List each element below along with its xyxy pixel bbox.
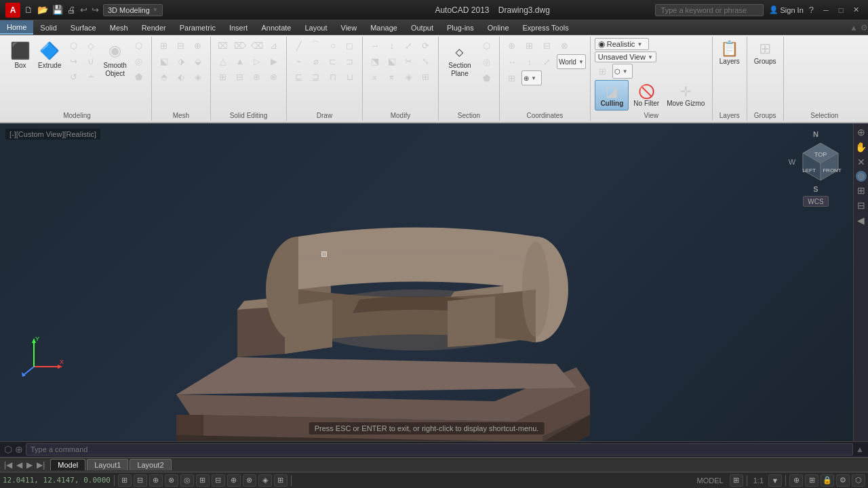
draw-btn-12[interactable]: ⊔	[342, 69, 358, 84]
layout-nav-prev[interactable]: ◀	[15, 460, 24, 470]
view-dropdown[interactable]: Unsaved View ▼	[595, 52, 656, 62]
menu-solid[interactable]: Solid	[33, 20, 63, 35]
tab-layout2[interactable]: Layout2	[130, 459, 171, 470]
se-btn-4[interactable]: ⊿	[266, 38, 282, 53]
coord-btn-6[interactable]: ↕	[521, 54, 538, 69]
model-space-btn[interactable]: ⊞	[730, 474, 743, 487]
ortho-btn[interactable]: ⊕	[149, 474, 163, 487]
draw-btn-4[interactable]: ◻	[342, 38, 358, 53]
anno-btn[interactable]: ⊕	[789, 474, 803, 487]
union-button[interactable]: ∪	[83, 54, 99, 68]
coord-btn-1[interactable]: ⊕	[504, 38, 520, 53]
right-panel-btn-2[interactable]: ✋	[855, 141, 867, 153]
se-btn-8[interactable]: ▶	[266, 54, 282, 68]
layout-nav-first[interactable]: |◀	[3, 460, 14, 470]
draw-btn-2[interactable]: ⌒	[308, 38, 324, 53]
save-button[interactable]: 💾	[52, 5, 63, 15]
polar-btn[interactable]: ⊗	[165, 474, 178, 487]
mod-btn-11[interactable]: ◈	[401, 69, 417, 84]
draw-btn-11[interactable]: ⊓	[325, 69, 341, 84]
layers-button[interactable]: 📋 Layers	[717, 38, 743, 68]
plot-button[interactable]: 🖨	[67, 5, 76, 15]
tab-layout1[interactable]: Layout1	[87, 459, 128, 470]
otrack-btn[interactable]: ⊞	[196, 474, 210, 487]
dynmode-btn[interactable]: ⊕	[227, 474, 241, 487]
se-btn-6[interactable]: ▲	[232, 54, 248, 68]
menu-parametric[interactable]: Parametric	[173, 20, 222, 35]
section-sm-3[interactable]: ⬟	[479, 70, 495, 85]
view-select[interactable]: ⬡ ▼	[612, 64, 633, 79]
menu-surface[interactable]: Surface	[64, 20, 103, 35]
draw-btn-3[interactable]: ○	[325, 38, 341, 53]
maximize-button[interactable]: □	[834, 3, 848, 17]
section-sm-2[interactable]: ◎	[479, 54, 495, 69]
tab-model[interactable]: Model	[50, 459, 85, 470]
sign-in[interactable]: 👤 Sign In	[769, 5, 804, 14]
coord-btn-4[interactable]: ⊗	[557, 38, 573, 53]
menu-home[interactable]: Home	[0, 20, 33, 35]
menu-mesh[interactable]: Mesh	[103, 20, 135, 35]
menu-online[interactable]: Online	[481, 20, 516, 35]
mod-btn-1[interactable]: ↔	[367, 38, 383, 53]
draw-btn-10[interactable]: ⊒	[308, 69, 324, 84]
mesh-btn-5[interactable]: ⬗	[173, 54, 189, 68]
se-btn-2[interactable]: ⌦	[232, 38, 248, 53]
command-zoom-icon[interactable]: ⊕	[15, 444, 23, 455]
viewport[interactable]: [-][Custom View][Realistic]	[0, 123, 853, 441]
mod-btn-6[interactable]: ⬕	[384, 54, 400, 68]
mesh-btn-4[interactable]: ⬕	[156, 54, 172, 68]
sm-btn-1[interactable]: ⬡	[131, 38, 147, 53]
sm-btn-3[interactable]: ⬟	[131, 69, 147, 84]
ribbon-minimize[interactable]: ▲	[850, 23, 858, 33]
se-btn-10[interactable]: ⊟	[232, 69, 248, 84]
view-btn-1[interactable]: ⊞	[595, 64, 611, 79]
extrude-button[interactable]: 🔷 Extrude	[35, 38, 64, 72]
mod-btn-3[interactable]: ⤢	[401, 38, 417, 53]
close-button[interactable]: ✕	[849, 3, 863, 17]
right-panel-btn-6[interactable]: ⊟	[855, 199, 867, 211]
menu-render[interactable]: Render	[135, 20, 173, 35]
menu-plugins[interactable]: Plug-ins	[440, 20, 481, 35]
coord-btn-3[interactable]: ⊟	[539, 38, 555, 53]
coord-btn-7[interactable]: ⤢	[539, 54, 555, 69]
mod-btn-5[interactable]: ⬔	[367, 54, 383, 68]
sm-btn-2[interactable]: ◎	[131, 54, 147, 68]
right-panel-btn-1[interactable]: ⊕	[855, 126, 867, 138]
coord-select[interactable]: ⊕ ▼	[521, 70, 542, 85]
menu-view[interactable]: View	[334, 20, 364, 35]
sel-cycl-btn[interactable]: ⊞	[274, 474, 288, 487]
mod-btn-4[interactable]: ⟳	[418, 38, 434, 53]
no-filter-button[interactable]: 🚫 No Filter	[631, 81, 662, 110]
menu-layout[interactable]: Layout	[298, 20, 334, 35]
resize-handle[interactable]	[321, 251, 327, 257]
minimize-button[interactable]: ─	[819, 3, 833, 17]
world-dropdown[interactable]: World ▼	[557, 54, 586, 69]
se-btn-5[interactable]: △	[215, 54, 231, 68]
section-plane-button[interactable]: ⬦ SectionPlane	[443, 38, 477, 80]
menu-annotate[interactable]: Annotate	[254, 20, 298, 35]
snap-btn[interactable]: ⊞	[118, 474, 132, 487]
se-btn-9[interactable]: ⊞	[215, 69, 231, 84]
realistic-dropdown[interactable]: ◉ Realistic ▼	[595, 38, 649, 50]
lock-ui-btn[interactable]: 🔒	[821, 474, 834, 487]
coord-btn-8[interactable]: ⊞	[504, 70, 520, 85]
draw-btn-7[interactable]: ⊏	[325, 54, 341, 68]
sweep-button[interactable]: ↪	[65, 54, 81, 68]
mesh-btn-9[interactable]: ◈	[190, 69, 206, 84]
mesh-btn-3[interactable]: ⊕	[190, 38, 206, 53]
se-btn-12[interactable]: ⊗	[266, 69, 282, 84]
help-icon[interactable]: ?	[809, 5, 814, 15]
mod-btn-7[interactable]: ✂	[401, 54, 417, 68]
coord-btn-5[interactable]: ↔	[504, 54, 520, 69]
viewcube-wcs[interactable]: WCS	[803, 196, 828, 207]
mod-btn-2[interactable]: ↕	[384, 38, 400, 53]
layout-nav-last[interactable]: ▶|	[35, 460, 46, 470]
presspull-button[interactable]: ⬡	[65, 38, 81, 53]
command-search-icon[interactable]: ⬡	[4, 444, 12, 455]
mod-btn-12[interactable]: ⊞	[418, 69, 434, 84]
se-btn-11[interactable]: ⊕	[249, 69, 265, 84]
command-scroll-up[interactable]: ▲	[856, 445, 864, 454]
mod-btn-10[interactable]: ⌆	[384, 69, 400, 84]
new-button[interactable]: 🗋	[24, 5, 33, 15]
command-input-field[interactable]	[26, 443, 853, 455]
